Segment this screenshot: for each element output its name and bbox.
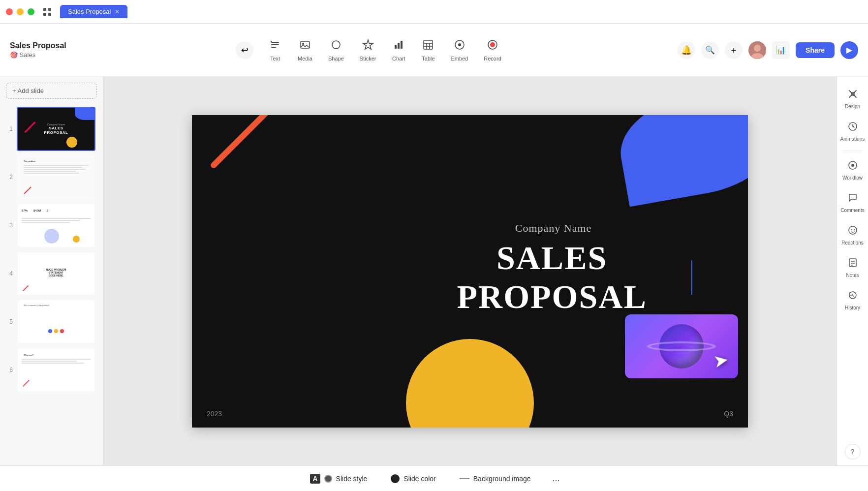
search-button[interactable]: 🔍 <box>701 41 719 59</box>
svg-rect-1 <box>48 8 51 11</box>
list-item[interactable]: 1 Company Name SALES PROPOSAL <box>4 105 99 153</box>
toolbar-right: 🔔 🔍 ＋ 📊 Share ▶ <box>678 41 858 59</box>
slide-number: 3 <box>5 222 13 229</box>
history-label: History <box>845 305 860 310</box>
svg-rect-2 <box>43 13 46 16</box>
add-button[interactable]: ＋ <box>725 41 743 59</box>
animations-icon <box>847 121 858 134</box>
svg-rect-0 <box>43 8 46 11</box>
canvas-year: 2023 <box>207 410 222 418</box>
svg-point-32 <box>853 229 854 230</box>
sticker-planet[interactable]: ➤ <box>625 314 738 378</box>
sticker-icon <box>362 39 374 54</box>
tool-shape[interactable]: Shape <box>321 35 351 65</box>
notification-button[interactable]: 🔔 <box>678 41 695 59</box>
slide-style-icon: A <box>310 474 320 484</box>
toolbar: Sales Proposal 🎯 Sales ↩ Text Media <box>0 24 868 77</box>
play-button[interactable]: ▶ <box>840 41 858 59</box>
svg-rect-13 <box>401 41 403 49</box>
slide-thumbnail-5[interactable]: Who is impacted by this problem? <box>17 300 95 344</box>
add-slide-button[interactable]: + Add slide <box>6 83 97 99</box>
notes-label: Notes <box>846 273 859 278</box>
slide-thumbnail-4[interactable]: HUGE PROBLEMSTATEMENTGOES HERE. <box>17 251 95 296</box>
bg-image-label: Background image <box>473 475 531 483</box>
embed-icon <box>454 39 465 54</box>
tool-embed[interactable]: Embed <box>444 35 475 65</box>
svg-rect-6 <box>271 47 276 48</box>
text-cursor <box>691 260 692 295</box>
tab-sales-proposal[interactable]: Sales Proposal ✕ <box>60 5 127 18</box>
right-item-comments[interactable]: Comments <box>837 187 868 218</box>
bg-diagonal-line <box>210 115 301 169</box>
reactions-label: Reactions <box>841 240 863 246</box>
background-image-item[interactable]: Background image <box>454 472 537 486</box>
toolbar-left: Sales Proposal 🎯 Sales <box>10 41 66 59</box>
canvas-quarter: Q3 <box>724 410 733 418</box>
list-item[interactable]: 3 67% $40M 3 <box>4 201 99 249</box>
tool-text[interactable]: Text <box>261 35 289 65</box>
slide-thumbnail-6[interactable]: Why now? <box>17 348 95 392</box>
undo-button[interactable]: ↩ <box>236 41 253 59</box>
svg-point-30 <box>849 226 857 234</box>
svg-rect-7 <box>271 41 272 42</box>
slide-color-item[interactable]: Slide color <box>385 471 441 486</box>
slide-number: 4 <box>5 270 13 277</box>
tool-record[interactable]: Record <box>477 35 508 65</box>
tab-close-icon[interactable]: ✕ <box>115 8 120 15</box>
canvas-company-name: Company Name <box>414 222 692 235</box>
list-item[interactable]: 5 Who is impacted by this problem? <box>4 298 99 346</box>
more-options-button[interactable]: ... <box>549 471 564 486</box>
tool-sticker[interactable]: Sticker <box>353 35 383 65</box>
slide-number: 5 <box>5 318 13 325</box>
list-item[interactable]: 6 Why now? <box>4 346 99 394</box>
comments-label: Comments <box>840 208 864 213</box>
top-bar: Sales Proposal ✕ <box>0 0 868 24</box>
slide-thumbnail-3[interactable]: 67% $40M 3 <box>17 203 95 247</box>
right-item-reactions[interactable]: Reactions <box>837 220 868 250</box>
window-controls <box>6 8 34 15</box>
notes-icon <box>847 257 858 271</box>
maximize-window-button[interactable] <box>28 8 34 15</box>
slide-style-item[interactable]: A Slide style <box>304 471 373 487</box>
design-label: Design <box>845 104 860 109</box>
reactions-icon <box>847 225 858 238</box>
list-item[interactable]: 4 HUGE PROBLEMSTATEMENTGOES HERE. <box>4 249 99 298</box>
slide-color-label: Slide color <box>403 475 435 483</box>
tool-table[interactable]: Table <box>414 35 442 65</box>
list-item[interactable]: 2 The problem <box>4 153 99 201</box>
close-window-button[interactable] <box>6 8 13 15</box>
svg-rect-14 <box>424 40 433 49</box>
svg-rect-11 <box>395 45 397 49</box>
planet-shape <box>659 324 704 368</box>
bg-image-icon <box>460 478 469 479</box>
svg-line-38 <box>853 296 854 297</box>
right-item-workflow[interactable]: Workflow <box>837 155 868 185</box>
slide-number: 1 <box>5 125 13 132</box>
right-item-design[interactable]: Design <box>837 84 868 114</box>
slide-style-label: Slide style <box>336 475 368 483</box>
help-button[interactable]: ? <box>845 444 861 460</box>
minimize-window-button[interactable] <box>17 8 24 15</box>
slide-thumbnail-1[interactable]: Company Name SALES PROPOSAL <box>17 107 95 151</box>
tool-media[interactable]: Media <box>291 35 319 65</box>
svg-rect-3 <box>48 13 51 16</box>
slide-color-dot <box>391 474 400 483</box>
right-item-notes[interactable]: Notes <box>837 252 868 283</box>
chart-view-button[interactable]: 📊 <box>772 41 790 59</box>
svg-point-29 <box>851 164 854 167</box>
record-icon <box>487 39 498 54</box>
tab-label: Sales Proposal <box>68 8 111 15</box>
slide-canvas[interactable]: Company Name SALES PROPOSAL 2023 Q3 ➤ <box>192 115 748 428</box>
right-item-history[interactable]: History <box>837 285 868 315</box>
text-icon <box>269 39 281 54</box>
right-item-animations[interactable]: Animations <box>837 116 868 147</box>
share-button[interactable]: Share <box>796 42 835 58</box>
tab-bar: Sales Proposal ✕ <box>60 5 127 18</box>
tool-chart[interactable]: Chart <box>385 35 412 65</box>
right-panel: Design Animations Workflow Comments <box>837 77 868 465</box>
design-icon <box>847 89 858 102</box>
slide-style-dot <box>324 475 332 483</box>
grid-icon[interactable] <box>40 5 54 19</box>
slide-thumbnail-2[interactable]: The problem <box>17 155 95 199</box>
tool-table-label: Table <box>422 56 434 61</box>
